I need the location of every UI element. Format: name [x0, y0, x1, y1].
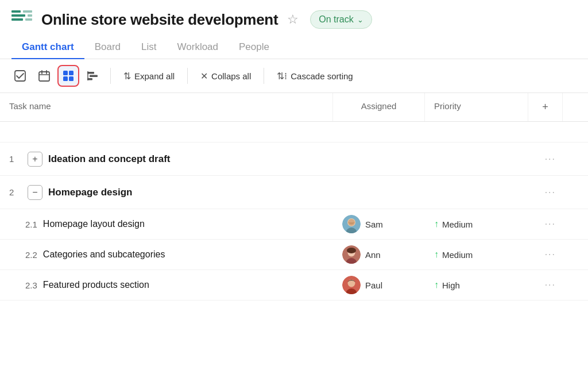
svg-rect-1 — [11, 14, 25, 17]
row-number-2: 2 — [9, 187, 22, 197]
action-cell-2-1: ··· — [528, 213, 563, 235]
tab-people[interactable]: People — [229, 36, 280, 59]
svg-rect-7 — [39, 72, 49, 81]
priority-label-2-3: High — [442, 280, 460, 290]
svg-rect-5 — [25, 18, 32, 21]
grid-icon — [62, 70, 75, 82]
table-row: 2.1 Homepage layout design Sam ↑ Medium … — [0, 209, 588, 240]
status-text: On track — [319, 14, 353, 25]
svg-point-28 — [348, 280, 355, 287]
row-number-1: 1 — [9, 154, 22, 164]
table-row: 1 + Ideation and concept draft ··· — [0, 142, 588, 176]
expand-all-label: Expand all — [134, 71, 175, 81]
table-row: 2.2 Categories and subcategories Ann ↑ M… — [0, 240, 588, 270]
expand-row-1-button[interactable]: + — [28, 152, 42, 167]
action-cell-2: ··· — [528, 182, 563, 203]
avatar-ann — [342, 245, 361, 264]
avatar-paul — [342, 276, 361, 294]
row-number-2-3: 2.3 — [9, 280, 37, 290]
svg-rect-0 — [11, 10, 21, 13]
expand-icon: ⇅ — [123, 71, 131, 82]
assigned-name-2-3: Paul — [365, 280, 382, 290]
calendar-toolbar-button[interactable] — [33, 65, 55, 87]
assigned-cell-2 — [333, 187, 425, 198]
table-row-empty — [0, 122, 588, 142]
empty-cell-3 — [425, 126, 528, 138]
priority-cell-1 — [425, 153, 528, 165]
more-options-2-3-button[interactable]: ··· — [545, 280, 556, 290]
toolbar: ⇅ Expand all ✕ Collaps all ⇅⁞ Cascade so… — [0, 59, 588, 93]
sort-icon: ⇅⁞ — [277, 71, 287, 82]
gantt-icon — [86, 70, 99, 82]
svg-rect-2 — [11, 18, 23, 21]
more-options-2-2-button[interactable]: ··· — [545, 249, 556, 260]
grid-toolbar-button[interactable] — [57, 65, 79, 87]
gantt-toolbar-button[interactable] — [82, 65, 103, 87]
status-badge[interactable]: On track ⌄ — [310, 10, 372, 29]
task-name-2-2: Categories and subcategories — [43, 249, 165, 260]
project-icon — [11, 9, 34, 30]
table-row: 2 − Homepage design ··· — [0, 176, 588, 209]
row-number-2-1: 2.1 — [9, 219, 37, 229]
svg-rect-12 — [69, 71, 74, 75]
more-options-2-1-button[interactable]: ··· — [545, 219, 556, 229]
assigned-name-2-2: Ann — [365, 250, 381, 260]
tab-gantt-chart[interactable]: Gantt chart — [11, 36, 84, 59]
checkbox-toolbar-button[interactable] — [9, 65, 31, 87]
priority-label-2-2: Medium — [442, 250, 473, 260]
avatar-sam — [342, 215, 361, 233]
column-add-button[interactable]: + — [528, 93, 563, 121]
assigned-name-2-1: Sam — [365, 219, 383, 229]
table-row: 2.3 Featured products section Paul ↑ Hig… — [0, 270, 588, 301]
action-cell-2-2: ··· — [528, 244, 563, 265]
status-chevron-icon: ⌄ — [357, 16, 363, 24]
priority-cell-2-3: ↑ High — [425, 274, 528, 296]
svg-rect-11 — [63, 71, 68, 75]
empty-cell-4 — [528, 126, 563, 138]
row-number-2-2: 2.2 — [9, 250, 37, 260]
nav-tabs: Gantt chart Board List Workload People — [0, 36, 588, 59]
expand-all-button[interactable]: ⇅ Expand all — [118, 67, 180, 85]
column-header-assigned: Assigned — [333, 93, 425, 121]
column-header-task-name: Task name — [0, 93, 333, 121]
checkbox-icon — [14, 70, 26, 82]
column-header-priority: Priority — [425, 93, 528, 121]
page-header: Online store website development ☆ On tr… — [0, 0, 588, 36]
svg-rect-3 — [23, 10, 32, 13]
priority-cell-2-1: ↑ Medium — [425, 213, 528, 235]
collapse-all-button[interactable]: ✕ Collaps all — [195, 67, 257, 85]
expand-row-2-button[interactable]: − — [28, 185, 42, 200]
task-cell-2-1: 2.1 Homepage layout design — [0, 213, 333, 235]
tasks-table: Task name Assigned Priority + 1 + Ideati… — [0, 93, 588, 301]
priority-label-2-1: Medium — [442, 219, 473, 229]
svg-rect-15 — [87, 72, 94, 74]
cascade-sorting-button[interactable]: ⇅⁞ Cascade sorting — [271, 67, 358, 85]
collapse-icon: ✕ — [200, 71, 208, 82]
calendar-icon — [38, 70, 51, 82]
action-cell-2-3: ··· — [528, 274, 563, 296]
star-icon[interactable]: ☆ — [287, 12, 299, 27]
priority-cell-2-2: ↑ Medium — [425, 244, 528, 265]
tab-workload[interactable]: Workload — [167, 36, 229, 59]
svg-rect-4 — [28, 14, 32, 17]
svg-rect-14 — [69, 76, 74, 81]
tab-board[interactable]: Board — [84, 36, 131, 59]
toolbar-divider-1 — [110, 68, 111, 84]
priority-arrow-2-1: ↑ — [434, 219, 439, 229]
task-name-2-3: Featured products section — [43, 280, 149, 290]
more-options-1-button[interactable]: ··· — [545, 154, 556, 164]
collapse-all-label: Collaps all — [211, 71, 251, 81]
svg-rect-13 — [63, 76, 68, 81]
task-cell-2: 2 − Homepage design — [0, 179, 333, 206]
assigned-cell-2-3: Paul — [333, 270, 425, 300]
cascade-sorting-label: Cascade sorting — [291, 71, 353, 81]
more-options-2-button[interactable]: ··· — [545, 187, 556, 198]
action-cell-1: ··· — [528, 148, 563, 170]
assigned-cell-2-2: Ann — [333, 240, 425, 269]
tab-list[interactable]: List — [131, 36, 167, 59]
priority-cell-2 — [425, 187, 528, 198]
priority-arrow-2-2: ↑ — [434, 249, 439, 260]
assigned-cell-2-1: Sam — [333, 209, 425, 239]
task-cell-2-2: 2.2 Categories and subcategories — [0, 244, 333, 265]
toolbar-divider-2 — [187, 68, 188, 84]
